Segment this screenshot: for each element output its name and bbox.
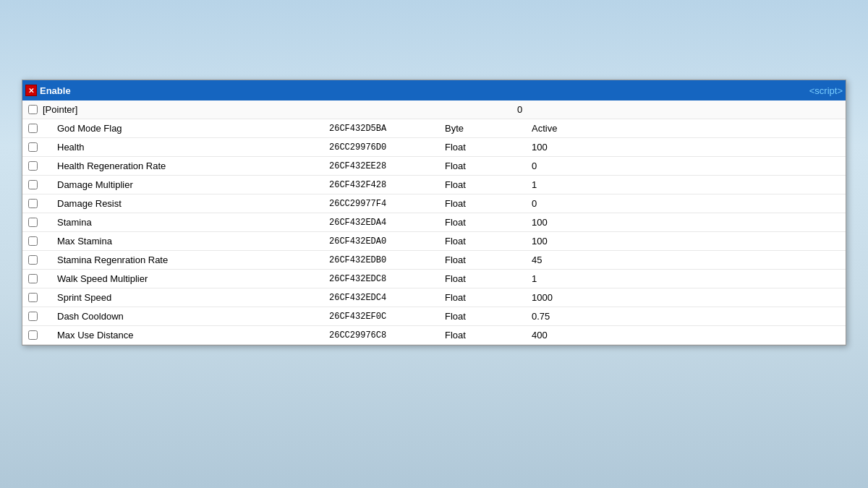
entry-checkbox-cell-7[interactable]: [25, 255, 40, 265]
entry-checkbox-cell-9[interactable]: [25, 293, 40, 302]
entry-checkbox-3[interactable]: [28, 180, 38, 189]
entry-checkbox-cell-0[interactable]: [25, 124, 40, 133]
entry-checkbox-cell-3[interactable]: [25, 180, 40, 189]
table-row: Health Regeneration Rate 26CF432EE28 Flo…: [22, 157, 846, 176]
entry-type-1: Float: [445, 142, 532, 153]
entry-value-0: Active: [532, 123, 843, 134]
entry-address-11: 26CC29976C8: [329, 330, 445, 341]
entry-checkbox-7[interactable]: [28, 255, 38, 265]
entry-value-3: 1: [532, 179, 843, 190]
entry-checkbox-9[interactable]: [28, 293, 38, 302]
header-row: ✕ Enable <script>: [22, 80, 846, 100]
entry-address-8: 26CF432EDC8: [329, 274, 445, 284]
entry-name-7: Stamina Regenration Rate: [54, 254, 329, 265]
pointer-name: [Pointer]: [40, 104, 315, 115]
entry-checkbox-cell-2[interactable]: [25, 161, 40, 171]
entry-name-9: Sprint Speed: [54, 292, 329, 303]
entry-value-9: 1000: [532, 292, 843, 303]
entry-name-11: Max Use Distance: [54, 330, 329, 341]
entry-name-6: Max Stamina: [54, 236, 329, 247]
entry-value-6: 100: [532, 236, 843, 247]
entry-type-8: Float: [445, 273, 532, 284]
entry-checkbox-cell-4[interactable]: [25, 199, 40, 208]
table-row: Dash Cooldown 26CF432EF0C Float 0.75: [22, 307, 846, 326]
entry-type-5: Float: [445, 217, 532, 228]
close-button[interactable]: ✕: [25, 85, 37, 96]
enable-label: Enable: [40, 85, 807, 96]
table-row: Walk Speed Multiplier 26CF432EDC8 Float …: [22, 270, 846, 288]
entry-address-7: 26CF432EDB0: [329, 255, 445, 265]
script-label: <script>: [809, 85, 843, 96]
entry-checkbox-cell-5[interactable]: [25, 218, 40, 227]
entry-type-10: Float: [445, 311, 532, 322]
entry-checkbox-10[interactable]: [28, 312, 38, 321]
entry-address-4: 26CC29977F4: [329, 199, 445, 209]
entry-type-0: Byte: [445, 123, 532, 134]
entry-address-6: 26CF432EDA0: [329, 236, 445, 247]
table-row: Health 26CC29976D0 Float 100: [22, 138, 846, 157]
cheat-table: ✕ Enable <script> [Pointer] 0 God Mode F…: [22, 80, 846, 346]
entry-type-9: Float: [445, 292, 532, 303]
entry-type-2: Float: [445, 160, 532, 171]
table-row: Max Use Distance 26CC29976C8 Float 400: [22, 326, 846, 345]
close-icon: ✕: [28, 87, 34, 95]
entry-address-1: 26CC29976D0: [329, 142, 445, 153]
pointer-row: [Pointer] 0: [22, 100, 846, 119]
entry-checkbox-0[interactable]: [28, 124, 38, 133]
entry-checkbox-1[interactable]: [28, 142, 38, 152]
entry-name-3: Damage Multiplier: [54, 179, 329, 190]
pointer-checkbox-cell[interactable]: [25, 105, 40, 114]
entry-checkbox-11[interactable]: [28, 330, 38, 340]
entry-checkbox-cell-10[interactable]: [25, 312, 40, 321]
entry-checkbox-4[interactable]: [28, 199, 38, 208]
pointer-value: 0: [517, 104, 843, 115]
entry-checkbox-8[interactable]: [28, 274, 38, 283]
table-row: Stamina 26CF432EDA4 Float 100: [22, 213, 846, 232]
entry-value-1: 100: [532, 142, 843, 153]
entry-name-10: Dash Cooldown: [54, 311, 329, 322]
entry-name-2: Health Regeneration Rate: [54, 160, 329, 171]
entry-type-7: Float: [445, 254, 532, 265]
entry-checkbox-5[interactable]: [28, 218, 38, 227]
pointer-checkbox[interactable]: [28, 105, 38, 114]
entry-address-2: 26CF432EE28: [329, 161, 445, 171]
entry-name-1: Health: [54, 142, 329, 153]
entry-value-4: 0: [532, 198, 843, 209]
entry-checkbox-cell-11[interactable]: [25, 330, 40, 340]
entry-checkbox-2[interactable]: [28, 161, 38, 171]
entry-value-5: 100: [532, 217, 843, 228]
entry-type-11: Float: [445, 330, 532, 341]
entry-address-0: 26CF432D5BA: [329, 124, 445, 134]
entries-container: God Mode Flag 26CF432D5BA Byte Active He…: [22, 119, 846, 345]
entry-name-5: Stamina: [54, 217, 329, 228]
entry-checkbox-cell-1[interactable]: [25, 142, 40, 152]
entry-value-10: 0.75: [532, 311, 843, 322]
table-row: Damage Resist 26CC29977F4 Float 0: [22, 194, 846, 213]
entry-type-3: Float: [445, 179, 532, 190]
entry-checkbox-cell-8[interactable]: [25, 274, 40, 283]
entry-checkbox-6[interactable]: [28, 236, 38, 246]
entry-name-8: Walk Speed Multiplier: [54, 273, 329, 284]
table-row: Sprint Speed 26CF432EDC4 Float 1000: [22, 288, 846, 307]
entry-address-3: 26CF432F428: [329, 180, 445, 190]
entry-address-5: 26CF432EDA4: [329, 218, 445, 228]
entry-value-2: 0: [532, 160, 843, 171]
entry-name-0: God Mode Flag: [54, 123, 329, 134]
table-row: Damage Multiplier 26CF432F428 Float 1: [22, 176, 846, 194]
entry-value-8: 1: [532, 273, 843, 284]
entry-value-7: 45: [532, 254, 843, 265]
entry-type-4: Float: [445, 198, 532, 209]
entry-name-4: Damage Resist: [54, 198, 329, 209]
table-row: Max Stamina 26CF432EDA0 Float 100: [22, 232, 846, 251]
entry-type-6: Float: [445, 236, 532, 247]
entry-address-9: 26CF432EDC4: [329, 293, 445, 303]
table-body: [Pointer] 0 God Mode Flag 26CF432D5BA By…: [22, 100, 846, 345]
entry-address-10: 26CF432EF0C: [329, 312, 445, 322]
table-row: Stamina Regenration Rate 26CF432EDB0 Flo…: [22, 251, 846, 270]
entry-value-11: 400: [532, 330, 843, 341]
entry-checkbox-cell-6[interactable]: [25, 236, 40, 246]
table-row: God Mode Flag 26CF432D5BA Byte Active: [22, 119, 846, 138]
